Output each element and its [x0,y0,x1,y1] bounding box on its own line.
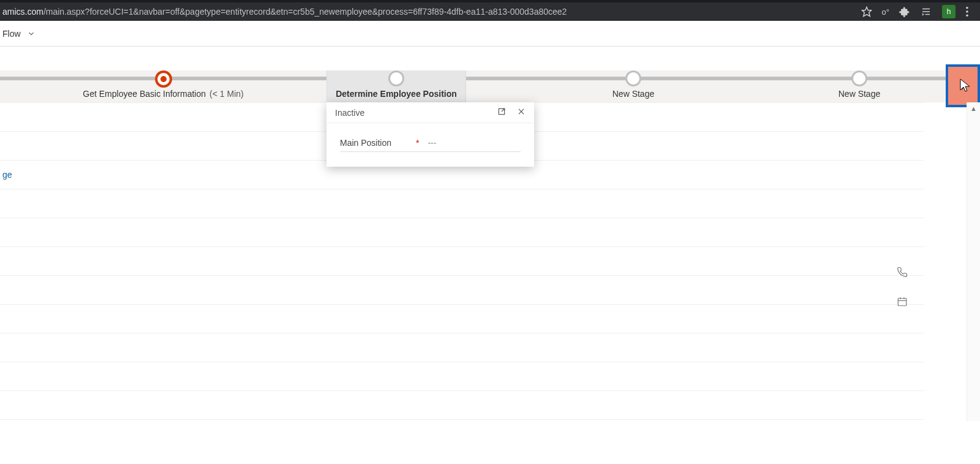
bpf-stage-4[interactable]: New Stage [801,70,918,102]
chevron-down-icon[interactable] [27,29,36,38]
bpf-stage-3[interactable]: New Stage [466,70,801,102]
close-flyout-icon[interactable] [517,107,526,118]
flow-dropdown-label[interactable]: Flow [2,29,21,39]
bpf-flyout-status: Inactive [335,108,364,118]
bpf-stage-1-title: Get Employee Basic Information [83,89,206,99]
svg-point-5 [966,10,968,13]
bpf-stage-1-time: (< 1 Min) [209,89,244,99]
bpf-stage-3-title: New Stage [612,89,654,99]
form-row[interactable] [0,419,924,448]
command-bar: Flow [0,21,980,47]
scroll-up-icon[interactable]: ▲ [970,105,977,112]
form-row[interactable] [0,275,924,304]
page-url[interactable]: amics.com/main.aspx?forceUCI=1&navbar=of… [0,7,567,17]
chevron-right-icon [957,77,968,94]
svg-point-6 [966,15,968,17]
svg-line-8 [502,108,505,112]
form-row[interactable] [0,189,924,218]
link-text-fragment[interactable]: ge [2,170,12,180]
svg-point-4 [966,7,968,9]
flyout-main-position-field[interactable]: Main Position * --- [340,134,521,152]
business-process-flow: Get Employee Basic Information (< 1 Min)… [0,70,980,102]
svg-rect-11 [898,299,907,306]
site-info-icon[interactable]: o° [882,7,889,17]
profile-avatar[interactable]: h [942,5,956,18]
bpf-stage-2-title: Determine Employee Position [336,89,457,99]
bpf-stage-2-marker-icon [388,70,404,86]
form-row[interactable] [0,333,924,362]
bpf-stage-3-marker-icon [625,70,641,86]
dock-flyout-icon[interactable] [497,107,506,118]
browser-address-bar: amics.com/main.aspx?forceUCI=1&navbar=of… [0,2,980,21]
calendar-icon[interactable] [897,296,908,310]
vertical-scrollbar[interactable]: ▲ [967,102,980,421]
bpf-stage-2[interactable]: Determine Employee Position [326,70,466,102]
form-row[interactable] [0,246,924,275]
reading-list-icon[interactable] [920,6,932,17]
bpf-stage-flyout: Inactive Main Position * --- [326,102,534,167]
form-row[interactable] [0,390,924,419]
bookmark-star-icon[interactable] [861,6,872,17]
bpf-stage-4-title: New Stage [839,89,880,99]
extensions-icon[interactable] [899,6,910,17]
required-asterisk-icon: * [416,138,419,148]
flyout-main-position-value[interactable]: --- [428,138,521,148]
bpf-stage-1[interactable]: Get Employee Basic Information (< 1 Min) [0,70,326,102]
chrome-menu-icon[interactable] [965,6,969,17]
bpf-stage-1-marker-icon [155,70,172,88]
bpf-next-stage-button[interactable] [946,64,980,107]
svg-marker-0 [862,7,871,17]
form-row[interactable] [0,362,924,390]
flyout-main-position-label: Main Position [340,138,407,148]
bpf-stage-4-marker-icon [851,70,867,86]
form-row[interactable] [0,304,924,333]
form-row[interactable] [0,218,924,246]
phone-icon[interactable] [897,267,908,280]
